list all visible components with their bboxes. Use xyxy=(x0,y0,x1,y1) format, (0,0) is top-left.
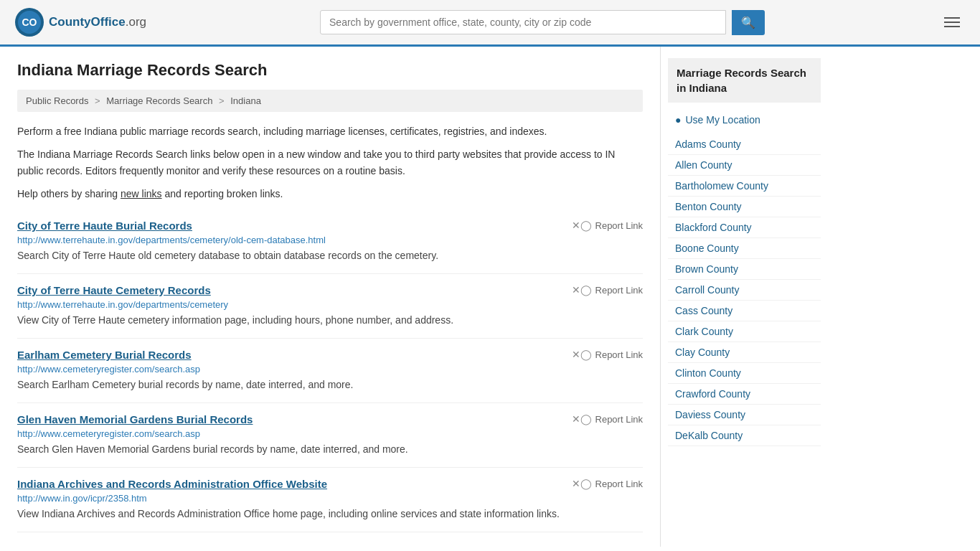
sidebar-county-item[interactable]: Bartholomew County xyxy=(668,176,821,197)
result-header: City of Terre Haute Burial Records ✕◯ Re… xyxy=(17,220,643,232)
sidebar-county-item[interactable]: Clay County xyxy=(668,342,821,363)
result-desc: Search City of Terre Haute old cemetery … xyxy=(17,248,643,263)
intro-paragraph-1: Perform a free Indiana public marriage r… xyxy=(17,123,643,139)
result-desc: View City of Terre Haute cemetery inform… xyxy=(17,313,643,328)
new-links-link[interactable]: new links xyxy=(121,188,162,199)
logo[interactable]: CO CountyOffice.org xyxy=(14,7,146,37)
sidebar-county-item[interactable]: Crawford County xyxy=(668,384,821,405)
sidebar-county-item[interactable]: Boone County xyxy=(668,238,821,259)
report-link[interactable]: ✕◯ Report Link xyxy=(572,220,643,231)
report-link[interactable]: ✕◯ Report Link xyxy=(572,413,643,425)
breadcrumb-sep-2: > xyxy=(219,95,225,106)
search-icon: 🔍 xyxy=(741,17,755,29)
logo-text: CountyOffice.org xyxy=(49,15,146,29)
report-icon: ✕◯ xyxy=(572,220,592,231)
sidebar-county-item[interactable]: Daviess County xyxy=(668,405,821,425)
report-icon: ✕◯ xyxy=(572,349,592,360)
result-item: Glen Haven Memorial Gardens Burial Recor… xyxy=(17,403,643,468)
menu-button[interactable] xyxy=(938,14,966,30)
report-icon: ✕◯ xyxy=(572,478,592,489)
sidebar-county-item[interactable]: Clinton County xyxy=(668,363,821,384)
report-link[interactable]: ✕◯ Report Link xyxy=(572,478,643,489)
result-title[interactable]: City of Terre Haute Cemetery Records xyxy=(17,284,211,296)
intro-3-prefix: Help others by sharing xyxy=(17,188,121,199)
result-header: City of Terre Haute Cemetery Records ✕◯ … xyxy=(17,284,643,296)
report-icon: ✕◯ xyxy=(572,413,592,425)
result-title[interactable]: Earlham Cemetery Burial Records xyxy=(17,349,192,361)
result-title[interactable]: Indiana Archives and Records Administrat… xyxy=(17,478,327,490)
county-list: Adams CountyAllen CountyBartholomew Coun… xyxy=(668,134,821,446)
hamburger-icon xyxy=(944,17,960,27)
result-url[interactable]: http://www.terrehaute.in.gov/departments… xyxy=(17,299,643,310)
search-button[interactable]: 🔍 xyxy=(732,10,765,35)
result-header: Indiana Archives and Records Administrat… xyxy=(17,478,643,490)
breadcrumb-marriage-records-search[interactable]: Marriage Records Search xyxy=(106,95,212,106)
sidebar-county-item[interactable]: Brown County xyxy=(668,259,821,280)
site-header: CO CountyOffice.org 🔍 xyxy=(0,0,980,47)
result-desc: Search Glen Haven Memorial Gardens buria… xyxy=(17,442,643,457)
breadcrumb-sep-1: > xyxy=(95,95,100,106)
result-header: Earlham Cemetery Burial Records ✕◯ Repor… xyxy=(17,349,643,361)
search-area: 🔍 xyxy=(320,10,765,35)
sidebar-county-item[interactable]: Blackford County xyxy=(668,217,821,238)
sidebar: Marriage Records Search in Indiana ● Use… xyxy=(660,47,832,547)
breadcrumb-indiana: Indiana xyxy=(230,95,261,106)
result-header: Glen Haven Memorial Gardens Burial Recor… xyxy=(17,413,643,425)
result-url[interactable]: http://www.terrehaute.in.gov/departments… xyxy=(17,235,643,245)
sidebar-county-item[interactable]: Cass County xyxy=(668,301,821,321)
result-item: City of Terre Haute Burial Records ✕◯ Re… xyxy=(17,209,643,274)
main-container: Indiana Marriage Records Search Public R… xyxy=(0,47,980,547)
result-url[interactable]: http://www.cemeteryregister.com/search.a… xyxy=(17,428,643,439)
result-title[interactable]: Glen Haven Memorial Gardens Burial Recor… xyxy=(17,413,253,425)
result-desc: Search Earlham Cemetery burial records b… xyxy=(17,377,643,392)
result-url[interactable]: http://www.in.gov/icpr/2358.htm xyxy=(17,493,643,504)
report-icon: ✕◯ xyxy=(572,284,592,296)
result-item: Earlham Cemetery Burial Records ✕◯ Repor… xyxy=(17,339,643,403)
report-link[interactable]: ✕◯ Report Link xyxy=(572,349,643,360)
intro-3-suffix: and reporting broken links. xyxy=(162,188,283,199)
report-link[interactable]: ✕◯ Report Link xyxy=(572,284,643,296)
result-title[interactable]: City of Terre Haute Burial Records xyxy=(17,220,192,232)
result-url[interactable]: http://www.cemeteryregister.com/search.a… xyxy=(17,364,643,375)
breadcrumb-public-records[interactable]: Public Records xyxy=(26,95,88,106)
search-input[interactable] xyxy=(320,10,726,34)
breadcrumb: Public Records > Marriage Records Search… xyxy=(17,90,643,112)
svg-text:CO: CO xyxy=(22,17,37,28)
intro-paragraph-3: Help others by sharing new links and rep… xyxy=(17,186,643,202)
intro-paragraph-2: The Indiana Marriage Records Search link… xyxy=(17,146,643,179)
sidebar-county-item[interactable]: Adams County xyxy=(668,134,821,155)
logo-icon: CO xyxy=(14,7,44,37)
sidebar-title: Marriage Records Search in Indiana xyxy=(668,58,821,103)
sidebar-county-item[interactable]: Carroll County xyxy=(668,280,821,301)
page-title: Indiana Marriage Records Search xyxy=(17,61,643,80)
result-desc: View Indiana Archives and Records Admini… xyxy=(17,507,643,522)
main-content: Indiana Marriage Records Search Public R… xyxy=(0,47,660,547)
sidebar-county-item[interactable]: DeKalb County xyxy=(668,425,821,446)
result-item: Indiana Archives and Records Administrat… xyxy=(17,468,643,532)
sidebar-county-item[interactable]: Allen County xyxy=(668,155,821,176)
use-my-location-link[interactable]: Use My Location xyxy=(685,114,760,126)
results-list: City of Terre Haute Burial Records ✕◯ Re… xyxy=(17,209,643,532)
sidebar-county-item[interactable]: Benton County xyxy=(668,197,821,217)
sidebar-county-item[interactable]: Clark County xyxy=(668,321,821,342)
result-item: City of Terre Haute Cemetery Records ✕◯ … xyxy=(17,274,643,339)
location-pin-icon: ● xyxy=(675,114,681,126)
sidebar-location[interactable]: ● Use My Location xyxy=(668,110,821,130)
